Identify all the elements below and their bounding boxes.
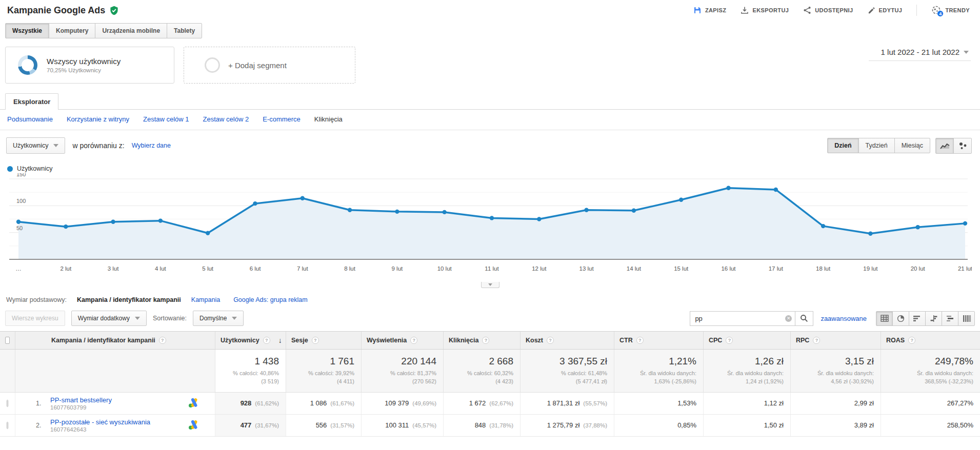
chart-collapse-handle[interactable] [481, 282, 499, 288]
search-button[interactable] [795, 311, 813, 326]
data-point[interactable] [726, 186, 730, 190]
export-button[interactable]: EKSPORTUJ [741, 6, 789, 14]
trends-button[interactable]: 4 TRENDY [931, 5, 970, 15]
device-tab-wszystkie[interactable]: Wszystkie [5, 23, 49, 38]
cell-percent: (31,57%) [330, 422, 354, 428]
save-button[interactable]: ZAPISZ [693, 6, 727, 14]
data-point[interactable] [111, 220, 115, 224]
users-line-chart[interactable]: 50100150…2 lut3 lut4 lut5 lut6 lut7 lut8… [0, 173, 980, 281]
row-checkbox[interactable] [7, 400, 8, 407]
report-link-korzystanie-z-witryny[interactable]: Korzystanie z witryny [67, 115, 129, 123]
campaign-link[interactable]: PP-pozostałe - sieć wyszukiwania [50, 418, 150, 426]
table-search-input[interactable] [690, 311, 795, 326]
help-icon[interactable]: ? [726, 337, 733, 344]
column-header-cpc[interactable]: CPC? [704, 332, 791, 349]
comparison-view-button[interactable] [925, 311, 942, 326]
percentage-view-button[interactable] [892, 311, 909, 326]
column-header-label: Sesje [291, 337, 308, 344]
totals-subtext-line2: (4 423) [467, 378, 513, 386]
help-icon[interactable]: ? [410, 337, 417, 344]
term-cloud-button[interactable] [942, 311, 958, 326]
cell-value: 0,85% [677, 421, 696, 429]
data-point[interactable] [916, 225, 920, 229]
share-button[interactable]: UDOSTĘPNIJ [803, 6, 853, 14]
data-point[interactable] [395, 210, 399, 214]
column-header-sessions[interactable]: Sesje? [286, 332, 362, 349]
column-header-label: Koszt [526, 337, 543, 344]
column-header-roas[interactable]: ROAS? [881, 332, 980, 349]
report-link-podsumowanie[interactable]: Podsumowanie [7, 115, 53, 123]
granularity-tydzień[interactable]: Tydzień [858, 138, 895, 153]
dimension-link-kampania[interactable]: Kampania [191, 296, 220, 303]
row-checkbox[interactable] [7, 422, 8, 429]
dimension-link-google-ads-grupa-reklam[interactable]: Google Ads: grupa reklam [233, 296, 308, 303]
sort-type-dropdown[interactable]: Domyślne [193, 311, 244, 326]
help-icon[interactable]: ? [908, 337, 915, 344]
table-view-button[interactable] [876, 311, 893, 326]
totals-subtext: Śr. dla widoku danych:368,55% (-32,23%) [917, 370, 973, 386]
device-tab-urządzenia-mobilne[interactable]: Urządzenia mobilne [95, 23, 167, 38]
help-icon[interactable]: ? [482, 337, 489, 344]
help-icon[interactable]: ? [547, 337, 554, 344]
data-point[interactable] [537, 217, 541, 221]
add-segment-button[interactable]: + Dodaj segment [184, 47, 355, 84]
report-link-zestaw-celów-2[interactable]: Zestaw celów 2 [203, 115, 249, 123]
segment-all-users[interactable]: Wszyscy użytkownicy 70,25% Użytkownicy [5, 47, 174, 84]
data-point[interactable] [490, 216, 494, 220]
data-point[interactable] [632, 209, 636, 213]
advanced-search-link[interactable]: zaawansowane [821, 315, 867, 322]
motion-chart-button[interactable] [953, 138, 972, 154]
column-header-users[interactable]: Użytkownicy?↓ [215, 332, 286, 349]
granularity-miesiąc[interactable]: Miesiąc [894, 138, 930, 153]
report-link-e-commerce[interactable]: E-commerce [263, 115, 301, 123]
table-header-row: Kampania / identyfikator kampanii?Użytko… [0, 331, 980, 350]
data-point[interactable] [158, 218, 163, 222]
column-header-ctr[interactable]: CTR? [614, 332, 704, 349]
sort-descending-icon[interactable]: ↓ [278, 336, 282, 344]
campaigns-table: Kampania / identyfikator kampanii?Użytko… [0, 331, 980, 437]
data-point[interactable] [868, 232, 872, 236]
data-point[interactable] [301, 196, 305, 200]
select-metric-link[interactable]: Wybierz dane [132, 142, 171, 149]
clear-search-icon[interactable]: ✕ [785, 315, 792, 322]
data-point[interactable] [64, 224, 68, 229]
help-icon[interactable]: ? [159, 337, 166, 344]
column-header-rpc[interactable]: RPC? [791, 332, 881, 349]
help-icon[interactable]: ? [636, 337, 644, 344]
pivot-view-button[interactable] [958, 311, 975, 326]
help-icon[interactable]: ? [813, 337, 820, 344]
data-point[interactable] [774, 188, 778, 192]
performance-view-button[interactable] [909, 311, 926, 326]
report-link-kliknięcia[interactable]: Kliknięcia [314, 115, 343, 123]
column-header-name[interactable]: Kampania / identyfikator kampanii? [15, 332, 215, 349]
campaign-link[interactable]: PP-smart bestsellery [50, 396, 112, 404]
column-header-clicks[interactable]: Kliknięcia? [444, 332, 521, 349]
data-point[interactable] [348, 208, 352, 212]
metric-dropdown[interactable]: Użytkownicy [6, 137, 65, 154]
data-point[interactable] [821, 224, 825, 228]
help-icon[interactable]: ? [312, 337, 319, 344]
data-point[interactable] [679, 198, 683, 202]
totals-subtext: % całości: 61,48%(5 477,41 zł) [561, 370, 607, 386]
primary-dimension[interactable]: Kampania / identyfikator kampanii [77, 296, 181, 303]
data-point[interactable] [584, 208, 588, 212]
data-point[interactable] [443, 210, 447, 214]
data-point[interactable] [16, 220, 21, 224]
column-header-impressions[interactable]: Wyświetlenia? [362, 332, 444, 349]
help-icon[interactable]: ? [263, 337, 270, 344]
column-header-cost[interactable]: Koszt? [521, 332, 614, 349]
data-point[interactable] [253, 201, 257, 206]
select-all-checkbox[interactable] [5, 337, 10, 344]
device-tab-komputery[interactable]: Komputery [49, 23, 95, 38]
data-point[interactable] [963, 221, 967, 226]
line-chart-button[interactable] [935, 138, 954, 154]
granularity-dzień[interactable]: Dzień [827, 138, 858, 153]
secondary-dimension-dropdown[interactable]: Wymiar dodatkowy [71, 311, 147, 326]
report-link-zestaw-celów-1[interactable]: Zestaw celów 1 [143, 115, 189, 123]
date-range-selector[interactable]: 1 lut 2022 - 21 lut 2022 [869, 47, 971, 61]
tab-explorer[interactable]: Eksplorator [5, 93, 58, 110]
x-tick-label: 7 lut [297, 265, 309, 272]
device-tab-tablety[interactable]: Tablety [167, 23, 202, 38]
edit-button[interactable]: EDYTUJ [868, 7, 903, 14]
data-point[interactable] [206, 231, 210, 235]
